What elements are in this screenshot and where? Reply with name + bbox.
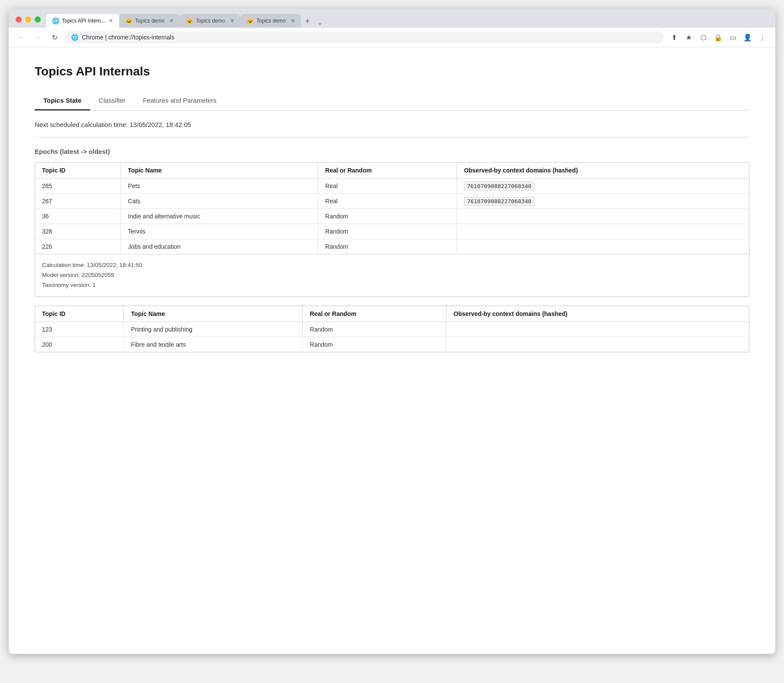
real-random-226: Random <box>318 239 457 254</box>
close-button[interactable] <box>16 16 22 23</box>
tab-title-3: Topics demo <box>196 18 227 24</box>
sidebar-button[interactable]: ▭ <box>727 31 739 43</box>
browser-tab-3[interactable]: 🐱 Topics demo ✕ <box>180 14 240 28</box>
domains-123 <box>447 322 749 337</box>
minimize-button[interactable] <box>25 16 31 23</box>
tab-list-button[interactable]: ⌄ <box>314 17 326 28</box>
domains-267: 7610709088227068340 <box>457 194 749 209</box>
real-random-123: Random <box>303 322 447 337</box>
forward-button[interactable]: → <box>32 31 44 43</box>
table-row: 265 Pets Real 7610709088227068340 <box>35 179 749 194</box>
domains-200 <box>447 337 749 352</box>
topic-id-328: 328 <box>35 224 121 239</box>
tab-close-4[interactable]: ✕ <box>291 18 295 24</box>
table-row: 200 Fibre and textile arts Random <box>35 337 749 352</box>
real-random-265: Real <box>318 179 457 194</box>
epoch-box-2: Topic ID Topic Name Real or Random Obser… <box>35 306 749 352</box>
extensions-button[interactable]: ⬡ <box>697 31 709 43</box>
share-button[interactable]: ⬆ <box>668 31 680 43</box>
new-tab-button[interactable]: + <box>301 15 314 28</box>
hash-badge-265: 7610709088227068340 <box>464 182 535 191</box>
real-random-328: Random <box>318 224 457 239</box>
browser-navbar: ← → ↻ 🌐 Chrome | chrome://topics-interna… <box>9 28 775 47</box>
topic-name-tennis: Tennis <box>121 224 318 239</box>
col-header-topic-id-1: Topic ID <box>35 163 121 179</box>
page-tab-navigation: Topics State Classifier Features and Par… <box>35 91 749 111</box>
hash-badge-267: 7610709088227068340 <box>464 197 535 206</box>
col-header-real-random-2: Real or Random <box>303 306 447 322</box>
tab-favicon-4: 🐱 <box>246 17 254 24</box>
topic-id-123: 123 <box>35 322 124 337</box>
epoch-table-1: Topic ID Topic Name Real or Random Obser… <box>35 163 749 254</box>
topic-name-jobs: Jobs and education <box>121 239 318 254</box>
tab-title-1: Topics API Intern… <box>62 18 106 24</box>
address-text: Chrome | chrome://topics-internals <box>82 34 658 41</box>
table-row: 123 Printing and publishing Random <box>35 322 749 337</box>
topic-name-pets: Pets <box>121 179 318 194</box>
tab-favicon-3: 🐱 <box>186 17 193 24</box>
real-random-36: Random <box>318 209 457 224</box>
topic-name-printing: Printing and publishing <box>124 322 303 337</box>
maximize-button[interactable] <box>35 16 41 23</box>
browser-window: 🌐 Topics API Intern… ✕ 🐱 Topics demo ✕ 🐱… <box>9 9 775 654</box>
tab-close-1[interactable]: ✕ <box>109 18 113 24</box>
calculation-time-1: Calculation time: 13/05/2022, 18:41:50 <box>42 260 742 270</box>
domains-36 <box>457 209 749 224</box>
col-header-real-random-1: Real or Random <box>318 163 457 179</box>
table-row: 267 Cats Real 7610709088227068340 <box>35 194 749 209</box>
menu-button[interactable]: ⋮ <box>756 31 768 43</box>
topic-id-36: 36 <box>35 209 121 224</box>
domains-328 <box>457 224 749 239</box>
domains-226 <box>457 239 749 254</box>
nav-actions: ⬆ ★ ⬡ 🔒 ▭ 👤 ⋮ <box>668 31 768 43</box>
bookmark-button[interactable]: ★ <box>683 31 695 43</box>
extension-active-button[interactable]: 🔒 <box>712 31 724 43</box>
col-header-domains-2: Observed-by context domains (hashed) <box>447 306 749 322</box>
profile-button[interactable]: 👤 <box>742 31 754 43</box>
tab-close-2[interactable]: ✕ <box>169 18 174 24</box>
topic-name-fibre: Fibre and textile arts <box>124 337 303 352</box>
tab-title-2: Topics demo <box>135 18 167 24</box>
table-row: 328 Tennis Random <box>35 224 749 239</box>
traffic-lights <box>16 16 41 28</box>
browser-tab-2[interactable]: 🐱 Topics demo ✕ <box>119 14 180 28</box>
browser-tab-4[interactable]: 🐱 Topics demo ✕ <box>240 14 301 28</box>
topic-id-226: 226 <box>35 239 121 254</box>
topic-id-265: 265 <box>35 179 121 194</box>
address-bar[interactable]: 🌐 Chrome | chrome://topics-internals <box>65 31 664 43</box>
col-header-topic-name-1: Topic Name <box>121 163 318 179</box>
tabs-bar: 🌐 Topics API Intern… ✕ 🐱 Topics demo ✕ 🐱… <box>46 14 768 28</box>
topic-name-cats: Cats <box>121 194 318 209</box>
epochs-title: Epochs (latest -> oldest) <box>35 148 749 155</box>
taxonomy-version-1: Taxonomy version: 1 <box>42 280 742 290</box>
address-prefix: Chrome | <box>82 34 108 41</box>
topic-id-267: 267 <box>35 194 121 209</box>
topic-name-indie: Indie and alternative music <box>121 209 318 224</box>
epoch-table-2: Topic ID Topic Name Real or Random Obser… <box>35 306 749 352</box>
address-url: chrome://topics-internals <box>108 34 175 41</box>
model-version-1: Model version: 2205052059 <box>42 270 742 280</box>
epoch-2-header-row: Topic ID Topic Name Real or Random Obser… <box>35 306 749 322</box>
tab-classifier[interactable]: Classifier <box>90 91 134 111</box>
browser-tab-1[interactable]: 🌐 Topics API Intern… ✕ <box>46 14 119 28</box>
domains-265: 7610709088227068340 <box>457 179 749 194</box>
tab-topics-state[interactable]: Topics State <box>35 91 90 111</box>
page-content: Topics API Internals Topics State Classi… <box>9 47 775 654</box>
tab-close-3[interactable]: ✕ <box>230 18 234 24</box>
col-header-domains-1: Observed-by context domains (hashed) <box>457 163 749 179</box>
tab-features-parameters[interactable]: Features and Parameters <box>134 91 225 111</box>
epoch-1-header-row: Topic ID Topic Name Real or Random Obser… <box>35 163 749 179</box>
address-favicon: 🌐 <box>71 34 78 41</box>
refresh-button[interactable]: ↻ <box>49 31 61 43</box>
real-random-200: Random <box>303 337 447 352</box>
col-header-topic-id-2: Topic ID <box>35 306 124 322</box>
real-random-267: Real <box>318 194 457 209</box>
tab-title-4: Topics demo <box>256 18 288 24</box>
tab-favicon-2: 🐱 <box>125 17 133 24</box>
back-button[interactable]: ← <box>16 31 28 43</box>
topic-id-200: 200 <box>35 337 124 352</box>
epoch-box-1: Topic ID Topic Name Real or Random Obser… <box>35 162 749 297</box>
table-row: 226 Jobs and education Random <box>35 239 749 254</box>
page-title: Topics API Internals <box>35 65 749 78</box>
tab-favicon-1: 🌐 <box>52 17 59 24</box>
